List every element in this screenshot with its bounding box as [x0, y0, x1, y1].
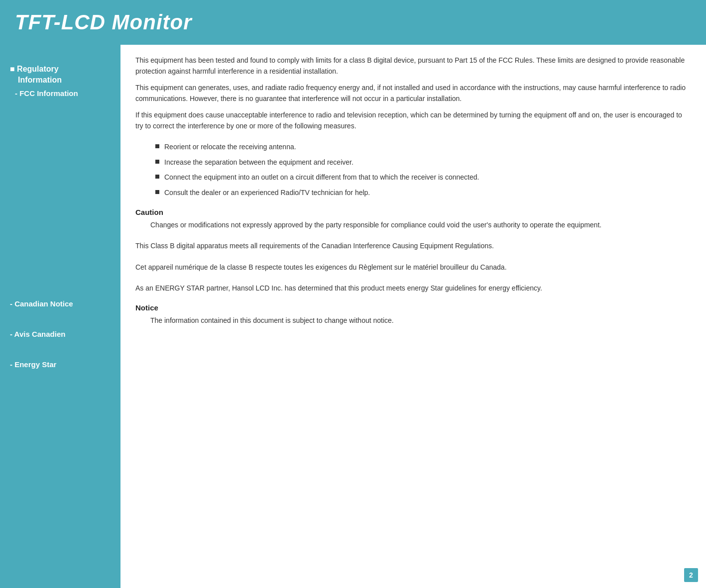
notice-text: The information contained in this docume… — [150, 315, 691, 326]
fcc-para1: This equipment has been tested and found… — [135, 55, 691, 77]
avis-canadien-section: Cet appareil numérique de la classe B re… — [135, 262, 691, 273]
sidebar-item-avis-canadien: - Avis Canadien — [0, 319, 120, 349]
canadian-notice-text: This Class B digital apparatus meets all… — [135, 240, 691, 251]
notice-section: Notice The information contained in this… — [135, 303, 691, 326]
sidebar-regulatory-section: ■ Regulatory Information - FCC Informati… — [0, 55, 120, 109]
canadian-notice-section: This Class B digital apparatus meets all… — [135, 240, 691, 251]
main-layout: ■ Regulatory Information - FCC Informati… — [0, 45, 706, 588]
page-title: TFT-LCD Monitor — [15, 10, 192, 34]
sidebar-item-fcc: - FCC Information — [10, 88, 111, 98]
caution-section: Caution Changes or modifications not exp… — [135, 208, 691, 230]
list-item: Consult the dealer or an experienced Rad… — [155, 187, 691, 198]
list-item: Connect the equipment into an outlet on … — [155, 172, 691, 183]
avis-canadien-text: Cet appareil numérique de la classe B re… — [135, 262, 691, 273]
fcc-para2: This equipment can generates, uses, and … — [135, 82, 691, 104]
sidebar-item-energy-star: - Energy Star — [0, 349, 120, 380]
caution-heading: Caution — [135, 208, 691, 216]
sidebar-item-regulatory: ■ Regulatory Information — [10, 64, 111, 86]
energy-star-section: As an ENERGY STAR partner, Hansol LCD In… — [135, 283, 691, 294]
caution-text: Changes or modifications not expressly a… — [150, 219, 691, 230]
sidebar: ■ Regulatory Information - FCC Informati… — [0, 45, 120, 588]
fcc-section: This equipment has been tested and found… — [135, 55, 691, 198]
sidebar-bottom: - Canadian Notice - Avis Canadien - Ener… — [0, 289, 120, 380]
energy-star-text: As an ENERGY STAR partner, Hansol LCD In… — [135, 283, 691, 294]
sidebar-item-canadian-notice: - Canadian Notice — [0, 289, 120, 319]
fcc-para3: If this equipment does cause unacceptabl… — [135, 109, 691, 132]
list-item: Reorient or relocate the receiving anten… — [155, 141, 691, 152]
list-item: Increase the separation between the equi… — [155, 157, 691, 168]
bullet-icon: ■ — [10, 65, 17, 73]
content-area: This equipment has been tested and found… — [120, 45, 706, 588]
page-header: TFT-LCD Monitor — [0, 0, 706, 45]
notice-heading: Notice — [135, 303, 691, 312]
page-number: 2 — [684, 568, 698, 582]
fcc-bullet-list: Reorient or relocate the receiving anten… — [155, 141, 691, 198]
